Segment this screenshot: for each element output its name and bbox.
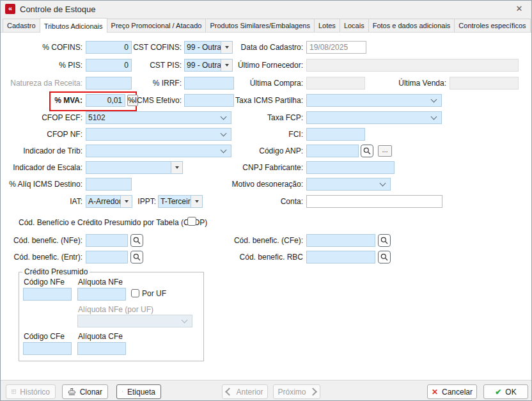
cod-benefic-rbc-label: Cód. benefic. RBC — [212, 253, 303, 262]
search-icon — [133, 253, 141, 261]
conta-input[interactable] — [306, 195, 442, 208]
cnpj-fabricante-input[interactable] — [306, 161, 395, 174]
tab-lotes[interactable]: Lotes — [314, 19, 340, 32]
tab-controles-especificos[interactable]: Controles específicos — [454, 19, 530, 32]
title-bar: « Controle de Estoque ✕ — [1, 1, 531, 17]
codigo-nfe-input[interactable] — [23, 288, 72, 301]
aliq-icms-destino-label: % Alíq ICMS Destino: — [1, 180, 82, 189]
tab-fotos-dados-adicionais[interactable]: Fotos e dados adicionais — [368, 19, 455, 32]
cod-benefic-nfe-search-button[interactable] — [130, 234, 143, 247]
controle-de-estoque-dialog: « Controle de Estoque ✕ Cadastro Tributo… — [0, 0, 532, 401]
codigo-cfe-label: Código CFe — [24, 332, 75, 341]
cod-benefic-rbc-input[interactable] — [306, 251, 375, 263]
pis-label: % PIS: — [1, 61, 82, 70]
cod-benefic-entr-input[interactable] — [86, 251, 128, 263]
cod-benefic-nfe-label: Cód. benefic. (NFe): — [1, 236, 82, 245]
proximo-button[interactable]: Próximo — [273, 384, 320, 399]
data-cadastro-label: Data do Cadastro: — [212, 43, 303, 52]
search-icon — [363, 147, 371, 155]
etiqueta-button[interactable]: Etiqueta — [116, 384, 161, 399]
credito-presumido-title: Crédito Presumido — [22, 267, 90, 276]
iat-value: A-Arredond — [86, 197, 120, 206]
ok-label: OK — [505, 388, 516, 397]
ippt-select[interactable]: T-Terceiros — [158, 195, 203, 208]
cst-cofins-label: CST COFINS: — [97, 43, 182, 52]
indicador-trib-label: Indicador de Trib: — [1, 146, 82, 155]
fci-label: FCI: — [212, 130, 303, 139]
por-uf-label: Por UF — [142, 289, 180, 298]
codigo-cfe-input[interactable] — [23, 342, 72, 355]
motivo-desoneracao-select[interactable] — [306, 178, 391, 191]
cfop-ecf-label: CFOP ECF: — [1, 113, 82, 122]
search-icon — [380, 237, 388, 244]
codigo-anp-label: Código ANP: — [212, 146, 303, 155]
ultima-venda-input — [450, 77, 519, 90]
tab-locais[interactable]: Locais — [340, 19, 369, 32]
chevron-down-icon — [431, 114, 437, 120]
cod-benefic-cfe-input[interactable] — [306, 234, 375, 247]
chevron-down-icon — [182, 317, 188, 324]
footer-bar: Histórico Clonar Etiqueta Anterior Próxi… — [1, 380, 532, 401]
cancel-x-icon: ✕ — [432, 388, 438, 397]
cod-benefic-entr-search-button[interactable] — [130, 251, 143, 263]
cod-benefic-entr-label: Cód. benefic. (Entr): — [1, 253, 82, 262]
iat-label: IAT: — [1, 197, 82, 206]
clone-stamp-icon — [68, 388, 76, 396]
chevron-left-icon — [226, 388, 234, 396]
aliq-icms-destino-input[interactable] — [86, 178, 132, 191]
cfop-ecf-select[interactable]: 5102 — [86, 111, 231, 124]
aliquota-nfe-input[interactable] — [77, 288, 126, 301]
ok-button[interactable]: ✔ OK — [483, 384, 528, 399]
cod-benefic-nfe-input[interactable] — [86, 234, 128, 247]
cfop-nf-select[interactable] — [86, 128, 231, 141]
clonar-button[interactable]: Clonar — [62, 384, 108, 399]
codigo-anp-search-button[interactable] — [361, 145, 373, 157]
tab-tributos-adicionais[interactable]: Tributos Adicionais — [40, 18, 107, 33]
cnpj-fabricante-label: CNPJ Fabricante: — [212, 163, 303, 172]
history-grid-icon — [12, 388, 16, 396]
mva-label: % MVA: — [1, 96, 82, 105]
tag-icon — [122, 388, 123, 396]
data-cadastro-input[interactable] — [306, 41, 366, 54]
aliquota-cfe-label: Alíquota CFe — [78, 332, 136, 341]
historico-button[interactable]: Histórico — [6, 384, 56, 399]
ippt-label: IPPT: — [130, 197, 156, 206]
ultimo-fornecedor-input — [306, 59, 519, 72]
cofins-label: % COFINS: — [1, 43, 82, 52]
taxa-icms-partilha-select[interactable] — [306, 94, 442, 107]
proximo-label: Próximo — [278, 388, 306, 397]
close-icon[interactable]: ✕ — [513, 3, 525, 15]
cancelar-button[interactable]: ✕ Cancelar — [427, 384, 477, 399]
anterior-button[interactable]: Anterior — [222, 384, 268, 399]
ultima-venda-label: Última Venda: — [384, 79, 446, 88]
clonar-label: Clonar — [80, 388, 102, 397]
tab-produtos-similares-embalagens[interactable]: Produtos Similares/Embalagens — [205, 19, 315, 32]
cod-beneficio-checkbox[interactable] — [187, 217, 196, 226]
taxa-fcp-select[interactable] — [306, 111, 442, 124]
codigo-anp-more-button[interactable]: ... — [378, 145, 392, 157]
iat-select[interactable]: A-Arredond — [86, 195, 132, 208]
aliquota-nfe-uf-select — [77, 315, 192, 327]
search-icon — [380, 253, 388, 261]
search-icon — [133, 237, 141, 244]
indicador-trib-select[interactable] — [86, 145, 231, 157]
ippt-value: T-Terceiros — [159, 197, 191, 206]
taxa-fcp-label: Taxa FCP: — [212, 113, 303, 122]
tab-preco-promocional-atacado[interactable]: Preço Promocional / Atacado — [107, 19, 207, 32]
cod-benefic-cfe-search-button[interactable] — [378, 234, 391, 247]
indicador-escala-select[interactable] — [86, 161, 183, 174]
tab-cadastro[interactable]: Cadastro — [3, 19, 40, 32]
natureza-receita-label: Natureza da Receita: — [1, 79, 82, 88]
cod-benefic-rbc-search-button[interactable] — [378, 251, 391, 263]
por-uf-checkbox[interactable] — [131, 289, 139, 297]
fci-input[interactable] — [306, 128, 365, 141]
cfop-nf-label: CFOP NF: — [1, 130, 82, 139]
cod-benefic-cfe-label: Cód. benefic. (CFe): — [212, 236, 303, 245]
anterior-label: Anterior — [236, 388, 263, 397]
chevron-down-icon — [191, 196, 202, 207]
conta-label: Conta: — [212, 197, 303, 206]
aliquota-cfe-input[interactable] — [77, 342, 126, 355]
codigo-anp-input[interactable] — [306, 145, 359, 157]
cst-pis-label: CST PIS: — [97, 61, 182, 70]
check-icon: ✔ — [495, 388, 501, 397]
